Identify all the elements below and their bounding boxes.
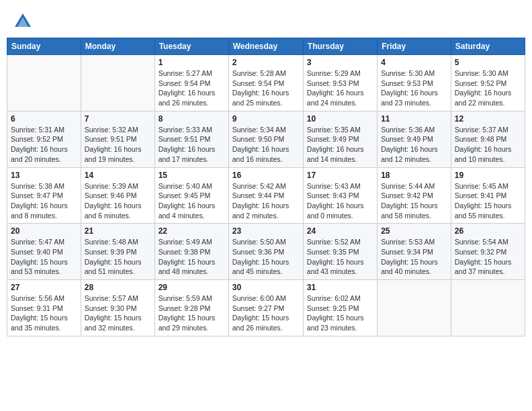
day-number: 27 [11, 283, 77, 292]
day-number: 5 [455, 58, 521, 67]
day-number: 7 [85, 114, 151, 124]
day-info: Sunrise: 5:30 AM Sunset: 9:53 PM Dayligh… [381, 68, 447, 108]
day-number: 10 [307, 114, 373, 124]
calendar-cell: 27Sunrise: 5:56 AM Sunset: 9:31 PM Dayli… [7, 280, 81, 336]
day-info: Sunrise: 5:29 AM Sunset: 9:53 PM Dayligh… [307, 68, 373, 108]
day-info: Sunrise: 5:30 AM Sunset: 9:52 PM Dayligh… [455, 68, 521, 108]
calendar-cell: 28Sunrise: 5:57 AM Sunset: 9:30 PM Dayli… [81, 280, 154, 336]
day-number: 6 [11, 114, 77, 124]
calendar-cell: 2Sunrise: 5:28 AM Sunset: 9:54 PM Daylig… [228, 55, 303, 111]
day-info: Sunrise: 5:57 AM Sunset: 9:30 PM Dayligh… [85, 293, 151, 333]
day-info: Sunrise: 6:02 AM Sunset: 9:25 PM Dayligh… [307, 293, 373, 333]
weekday-header: Wednesday [228, 38, 303, 55]
calendar-cell: 8Sunrise: 5:33 AM Sunset: 9:51 PM Daylig… [154, 111, 228, 167]
calendar-week-row: 1Sunrise: 5:27 AM Sunset: 9:54 PM Daylig… [7, 55, 525, 111]
day-info: Sunrise: 5:37 AM Sunset: 9:48 PM Dayligh… [455, 125, 521, 165]
day-number: 19 [455, 171, 521, 180]
day-number: 26 [455, 226, 521, 236]
calendar-cell [378, 280, 451, 336]
day-info: Sunrise: 5:56 AM Sunset: 9:31 PM Dayligh… [11, 293, 77, 333]
day-info: Sunrise: 5:36 AM Sunset: 9:49 PM Dayligh… [381, 125, 447, 165]
day-number: 8 [159, 114, 225, 124]
weekday-header: Saturday [451, 38, 525, 55]
calendar-cell: 17Sunrise: 5:43 AM Sunset: 9:43 PM Dayli… [303, 167, 377, 224]
day-info: Sunrise: 5:54 AM Sunset: 9:32 PM Dayligh… [455, 237, 521, 277]
calendar-cell [81, 55, 154, 111]
weekday-header: Monday [81, 38, 154, 55]
day-number: 30 [232, 283, 300, 292]
day-number: 2 [232, 58, 300, 67]
day-info: Sunrise: 5:39 AM Sunset: 9:46 PM Dayligh… [85, 181, 151, 221]
calendar-cell: 19Sunrise: 5:45 AM Sunset: 9:41 PM Dayli… [451, 167, 525, 224]
calendar-cell: 26Sunrise: 5:54 AM Sunset: 9:32 PM Dayli… [451, 224, 525, 280]
calendar-cell: 25Sunrise: 5:53 AM Sunset: 9:34 PM Dayli… [378, 224, 451, 280]
day-info: Sunrise: 5:48 AM Sunset: 9:39 PM Dayligh… [85, 237, 151, 277]
calendar-cell: 14Sunrise: 5:39 AM Sunset: 9:46 PM Dayli… [81, 167, 154, 224]
day-info: Sunrise: 5:44 AM Sunset: 9:42 PM Dayligh… [381, 181, 447, 221]
day-number: 18 [381, 171, 447, 180]
weekday-header: Thursday [303, 38, 377, 55]
day-info: Sunrise: 5:28 AM Sunset: 9:54 PM Dayligh… [232, 68, 300, 108]
calendar-cell: 12Sunrise: 5:37 AM Sunset: 9:48 PM Dayli… [451, 111, 525, 167]
day-number: 17 [307, 171, 373, 180]
calendar-table: SundayMondayTuesdayWednesdayThursdayFrid… [7, 38, 525, 336]
calendar-cell: 11Sunrise: 5:36 AM Sunset: 9:49 PM Dayli… [378, 111, 451, 167]
day-number: 22 [159, 226, 225, 236]
day-number: 29 [159, 283, 225, 292]
day-info: Sunrise: 5:35 AM Sunset: 9:49 PM Dayligh… [307, 125, 373, 165]
logo [13, 12, 35, 31]
day-info: Sunrise: 5:40 AM Sunset: 9:45 PM Dayligh… [159, 181, 225, 221]
weekday-header: Friday [378, 38, 451, 55]
calendar-cell [451, 280, 525, 336]
day-info: Sunrise: 5:47 AM Sunset: 9:40 PM Dayligh… [11, 237, 77, 277]
calendar-cell: 4Sunrise: 5:30 AM Sunset: 9:53 PM Daylig… [378, 55, 451, 111]
day-number: 31 [307, 283, 373, 292]
calendar-cell: 31Sunrise: 6:02 AM Sunset: 9:25 PM Dayli… [303, 280, 377, 336]
calendar-cell: 5Sunrise: 5:30 AM Sunset: 9:52 PM Daylig… [451, 55, 525, 111]
day-number: 4 [381, 58, 447, 67]
weekday-header: Tuesday [154, 38, 228, 55]
day-number: 24 [307, 226, 373, 236]
calendar-cell: 29Sunrise: 5:59 AM Sunset: 9:28 PM Dayli… [154, 280, 228, 336]
day-info: Sunrise: 5:27 AM Sunset: 9:54 PM Dayligh… [159, 68, 225, 108]
day-info: Sunrise: 5:43 AM Sunset: 9:43 PM Dayligh… [307, 181, 373, 221]
day-info: Sunrise: 5:49 AM Sunset: 9:38 PM Dayligh… [159, 237, 225, 277]
calendar-cell: 20Sunrise: 5:47 AM Sunset: 9:40 PM Dayli… [7, 224, 81, 280]
calendar-cell: 3Sunrise: 5:29 AM Sunset: 9:53 PM Daylig… [303, 55, 377, 111]
day-info: Sunrise: 5:50 AM Sunset: 9:36 PM Dayligh… [232, 237, 300, 277]
calendar-cell: 1Sunrise: 5:27 AM Sunset: 9:54 PM Daylig… [154, 55, 228, 111]
calendar-cell: 24Sunrise: 5:52 AM Sunset: 9:35 PM Dayli… [303, 224, 377, 280]
calendar-week-row: 13Sunrise: 5:38 AM Sunset: 9:47 PM Dayli… [7, 167, 525, 224]
calendar-cell [7, 55, 81, 111]
day-number: 25 [381, 226, 447, 236]
day-info: Sunrise: 5:32 AM Sunset: 9:51 PM Dayligh… [85, 125, 151, 165]
calendar-week-row: 20Sunrise: 5:47 AM Sunset: 9:40 PM Dayli… [7, 224, 525, 280]
calendar-header-row: SundayMondayTuesdayWednesdayThursdayFrid… [7, 38, 525, 55]
day-info: Sunrise: 5:34 AM Sunset: 9:50 PM Dayligh… [232, 125, 300, 165]
page-header [7, 7, 525, 34]
day-info: Sunrise: 5:33 AM Sunset: 9:51 PM Dayligh… [159, 125, 225, 165]
day-info: Sunrise: 5:42 AM Sunset: 9:44 PM Dayligh… [232, 181, 300, 221]
day-number: 9 [232, 114, 300, 124]
day-info: Sunrise: 5:31 AM Sunset: 9:52 PM Dayligh… [11, 125, 77, 165]
calendar-cell: 15Sunrise: 5:40 AM Sunset: 9:45 PM Dayli… [154, 167, 228, 224]
day-info: Sunrise: 5:38 AM Sunset: 9:47 PM Dayligh… [11, 181, 77, 221]
calendar-cell: 6Sunrise: 5:31 AM Sunset: 9:52 PM Daylig… [7, 111, 81, 167]
day-number: 15 [159, 171, 225, 180]
day-info: Sunrise: 5:59 AM Sunset: 9:28 PM Dayligh… [159, 293, 225, 333]
weekday-header: Sunday [7, 38, 81, 55]
logo-icon [13, 12, 32, 31]
calendar-cell: 23Sunrise: 5:50 AM Sunset: 9:36 PM Dayli… [228, 224, 303, 280]
calendar-cell: 9Sunrise: 5:34 AM Sunset: 9:50 PM Daylig… [228, 111, 303, 167]
calendar-cell: 13Sunrise: 5:38 AM Sunset: 9:47 PM Dayli… [7, 167, 81, 224]
day-number: 14 [85, 171, 151, 180]
day-info: Sunrise: 5:53 AM Sunset: 9:34 PM Dayligh… [381, 237, 447, 277]
day-number: 21 [85, 226, 151, 236]
day-number: 3 [307, 58, 373, 67]
calendar-week-row: 6Sunrise: 5:31 AM Sunset: 9:52 PM Daylig… [7, 111, 525, 167]
day-number: 20 [11, 226, 77, 236]
day-number: 12 [455, 114, 521, 124]
day-number: 28 [85, 283, 151, 292]
day-number: 13 [11, 171, 77, 180]
day-info: Sunrise: 5:45 AM Sunset: 9:41 PM Dayligh… [455, 181, 521, 221]
